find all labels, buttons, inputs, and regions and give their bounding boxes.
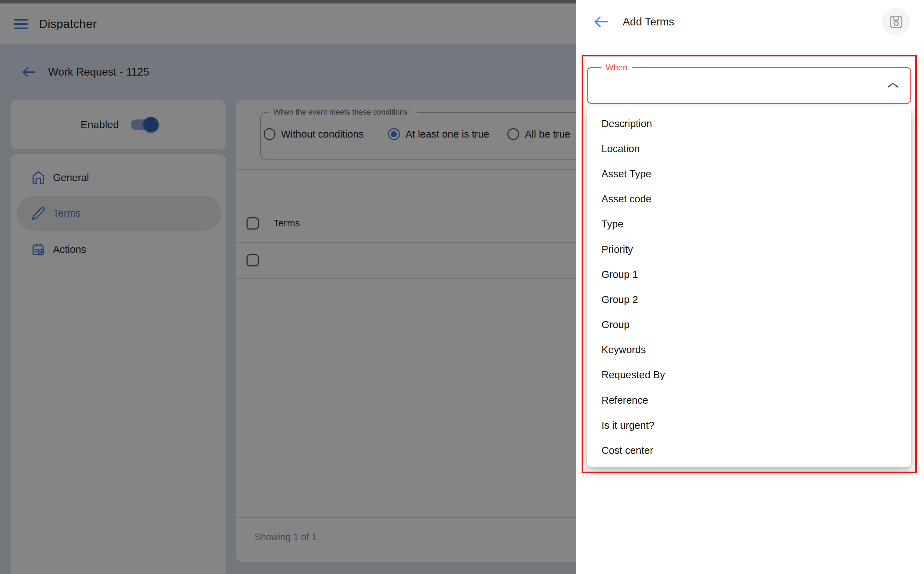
drawer-header: Add Terms bbox=[576, 0, 924, 44]
menu-option[interactable]: Location bbox=[587, 136, 911, 161]
menu-option[interactable]: Keywords bbox=[587, 337, 911, 363]
menu-option[interactable]: Is it urgent? bbox=[587, 413, 911, 438]
when-field-label: When bbox=[601, 63, 632, 73]
when-options-menu: DescriptionLocationAsset TypeAsset codeT… bbox=[587, 106, 911, 467]
menu-option[interactable]: Priority bbox=[587, 237, 911, 262]
menu-option[interactable]: Group 1 bbox=[587, 262, 911, 287]
drawer-title: Add Terms bbox=[623, 16, 674, 28]
menu-option[interactable]: Reference bbox=[587, 388, 911, 413]
drawer-back-arrow-icon[interactable] bbox=[593, 15, 609, 28]
screen: Dispatcher Work Request - 1125 Enabled bbox=[0, 0, 924, 574]
menu-option[interactable]: Type bbox=[587, 212, 911, 237]
add-terms-drawer: Add Terms When DescriptionLocationAsset … bbox=[576, 0, 924, 574]
when-select[interactable]: When bbox=[587, 67, 911, 104]
menu-option[interactable]: Group bbox=[587, 312, 911, 337]
save-icon bbox=[888, 14, 904, 30]
menu-option[interactable]: Cost center bbox=[587, 438, 911, 463]
menu-option[interactable]: Description bbox=[587, 111, 911, 136]
menu-option[interactable]: Group 2 bbox=[587, 287, 911, 312]
menu-option[interactable]: Asset code bbox=[587, 187, 911, 212]
chevron-up-icon[interactable] bbox=[886, 81, 900, 89]
menu-option[interactable]: Requested By bbox=[587, 363, 911, 388]
menu-option[interactable]: Asset Type bbox=[587, 161, 911, 186]
modal-backdrop[interactable] bbox=[0, 0, 576, 574]
save-button[interactable] bbox=[882, 8, 910, 36]
